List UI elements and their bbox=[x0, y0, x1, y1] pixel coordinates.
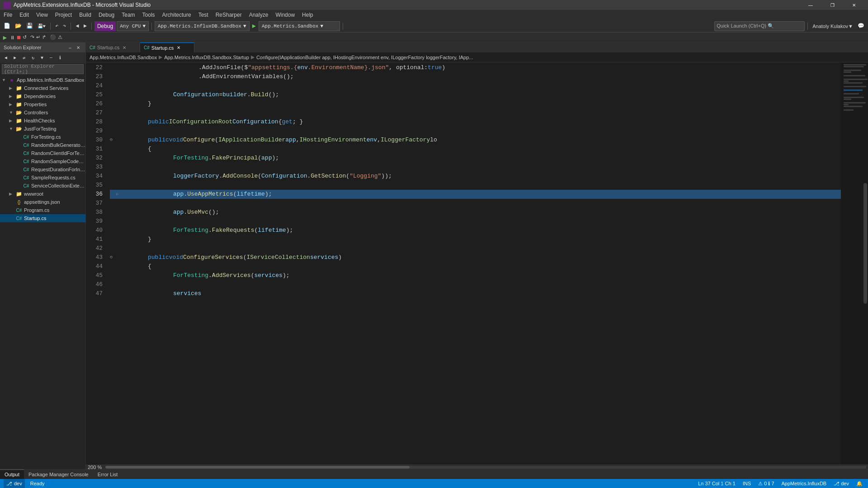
menu-team[interactable]: Team bbox=[118, 10, 138, 20]
git-branch[interactable]: ⎇ dev bbox=[4, 479, 25, 488]
breadcrumb-part-3[interactable]: Configure(IApplicationBuilder app, IHost… bbox=[256, 55, 473, 60]
run-button[interactable]: ► bbox=[250, 21, 258, 31]
cs-file-icon: C# bbox=[23, 158, 30, 165]
step-into-button[interactable]: ↵ bbox=[36, 34, 40, 40]
se-forward-button[interactable]: ► bbox=[11, 54, 19, 62]
undo-button[interactable]: ↶ bbox=[53, 21, 60, 31]
tab-startup-cs-2[interactable]: C# Startup.cs ✕ bbox=[140, 42, 194, 52]
se-collapse-button[interactable]: ─ bbox=[47, 54, 55, 62]
menu-resharper[interactable]: ReSharper bbox=[212, 10, 245, 20]
solution-explorer-title: Solution Explorer bbox=[4, 45, 66, 50]
tree-healthchecks[interactable]: ▶ 📁 HealthChecks bbox=[0, 117, 85, 125]
tree-connected-services[interactable]: ▶ 📁 Connected Services bbox=[0, 84, 85, 92]
se-refresh-button[interactable]: ↻ bbox=[29, 54, 37, 62]
save-button[interactable]: 💾 bbox=[24, 21, 35, 31]
tree-controllers[interactable]: ▼ 📂 Controllers bbox=[0, 108, 85, 117]
tree-item-label: Dependencies bbox=[24, 94, 56, 99]
code-line-43: ⊖ public void ConfigureServices ( IServi… bbox=[110, 253, 841, 262]
exception-settings-button[interactable]: ⚠ bbox=[58, 34, 62, 40]
back-button[interactable]: ◄ bbox=[74, 21, 80, 31]
tree-fortesting[interactable]: C# ForTesting.cs bbox=[0, 133, 85, 141]
tab-output[interactable]: Output bbox=[0, 469, 24, 479]
menu-help[interactable]: Help bbox=[298, 10, 317, 20]
menu-window[interactable]: Window bbox=[272, 10, 298, 20]
tree-startup[interactable]: C# Startup.cs bbox=[0, 214, 85, 222]
menu-analyze[interactable]: Analyze bbox=[245, 10, 272, 20]
se-properties-button[interactable]: ℹ bbox=[56, 54, 64, 62]
se-toolbar: ◄ ► ⇄ ↻ ▼ ─ ℹ bbox=[0, 52, 85, 63]
tree-justfortesting[interactable]: ▼ 📂 JustForTesting bbox=[0, 125, 85, 133]
tree-item-label: ServiceCollectionExtensions.cs bbox=[31, 183, 85, 188]
menu-file[interactable]: File bbox=[0, 10, 16, 20]
code-content[interactable]: .AddJsonFile($"appsettings.{env.Environm… bbox=[106, 62, 841, 465]
platform-dropdown[interactable]: Any CPU ▼ bbox=[117, 21, 149, 31]
quick-launch[interactable]: Quick Launch (Ctrl+Q) 🔍 bbox=[714, 21, 805, 31]
debug-mode-label: Debug bbox=[94, 21, 116, 31]
tree-properties[interactable]: ▶ 📁 Properties bbox=[0, 100, 85, 108]
project-status[interactable]: AppMetrics.InfluxDB bbox=[780, 481, 829, 486]
close-button[interactable]: ✕ bbox=[844, 0, 864, 10]
expand-arrow: ▶ bbox=[9, 86, 15, 90]
horizontal-scrollbar[interactable]: 200 % bbox=[86, 465, 868, 469]
tree-randombulk[interactable]: C# RandomBulkGenerator.cs bbox=[0, 141, 85, 149]
notifications[interactable]: 🔔 bbox=[854, 481, 864, 487]
user-info[interactable]: Anatoly Kulakov ▼ bbox=[811, 21, 855, 31]
redo-button[interactable]: ↷ bbox=[61, 21, 68, 31]
menu-debug[interactable]: Debug bbox=[95, 10, 118, 20]
tab-package-manager[interactable]: Package Manager Console bbox=[24, 469, 93, 479]
save-all-button[interactable]: 💾♥ bbox=[36, 21, 47, 31]
tree-samplerequests[interactable]: C# SampleRequests.cs bbox=[0, 174, 85, 182]
tree-requestduration[interactable]: C# RequestDurationForIndexTesti... bbox=[0, 165, 85, 174]
se-back-button[interactable]: ◄ bbox=[2, 54, 10, 62]
breakpoint-button[interactable]: ⚫ bbox=[50, 34, 56, 40]
menu-view[interactable]: View bbox=[33, 10, 52, 20]
tab-error-list[interactable]: Error List bbox=[93, 469, 123, 479]
expand-arrow: ▼ bbox=[9, 110, 15, 115]
app-icon bbox=[4, 1, 11, 9]
breadcrumb-part-2[interactable]: App.Metrics.InfluxDB.Sandbox.Startup bbox=[164, 55, 249, 60]
step-out-button[interactable]: ↱ bbox=[42, 34, 46, 40]
forward-button[interactable]: ► bbox=[82, 21, 89, 31]
errors-status[interactable]: ⚠ 0 ℹ 7 bbox=[756, 481, 776, 487]
tab-close-button-2[interactable]: ✕ bbox=[175, 45, 182, 51]
minimize-button[interactable]: — bbox=[800, 0, 821, 10]
restart-button[interactable]: ↺ bbox=[23, 34, 27, 40]
new-project-button[interactable]: 📄 bbox=[2, 21, 12, 31]
tree-wwwroot[interactable]: ▶ 📁 wwwroot bbox=[0, 190, 85, 198]
menu-project[interactable]: Project bbox=[52, 10, 75, 20]
feedback-button[interactable]: 💬 bbox=[856, 21, 866, 31]
tree-servicecollection[interactable]: C# ServiceCollectionExtensions.cs bbox=[0, 182, 85, 190]
continue-button[interactable]: ► bbox=[2, 34, 8, 41]
se-close-button[interactable]: ✕ bbox=[75, 44, 82, 51]
tree-appsettings[interactable]: {} appsettings.json bbox=[0, 198, 85, 206]
menu-build[interactable]: Build bbox=[75, 10, 95, 20]
breadcrumb-part-1[interactable]: App.Metrics.InfluxDB.Sandbox bbox=[90, 55, 157, 60]
pause-button[interactable]: ⏸ bbox=[10, 35, 15, 40]
se-filter-button[interactable]: ▼ bbox=[38, 54, 46, 62]
project2-dropdown[interactable]: App.Metrics.Sandbox ▼ bbox=[259, 21, 340, 31]
ln-25: 25 bbox=[86, 90, 103, 99]
step-over-button[interactable]: ↷ bbox=[30, 34, 34, 40]
tree-project[interactable]: ▼ ■ App.Metrics.InfluxDB.Sandbox bbox=[0, 76, 85, 84]
se-sync-button[interactable]: ⇄ bbox=[20, 54, 28, 62]
tab-close-button[interactable]: ✕ bbox=[121, 44, 127, 51]
se-pin-button[interactable]: – bbox=[66, 44, 74, 51]
ins-status[interactable]: INS bbox=[741, 481, 753, 486]
menu-architecture[interactable]: Architecture bbox=[159, 10, 195, 20]
menu-tools[interactable]: Tools bbox=[139, 10, 159, 20]
menu-test[interactable]: Test bbox=[195, 10, 212, 20]
ln-col-status[interactable]: Ln 37 Col 1 Ch 1 bbox=[696, 481, 737, 486]
tab-startup-cs[interactable]: C# Startup.cs ✕ bbox=[86, 42, 140, 52]
restore-button[interactable]: ❒ bbox=[822, 0, 843, 10]
project-dropdown[interactable]: App.Metrics.InfluxDB.Sandbox ▼ bbox=[155, 21, 249, 31]
tree-randomsample[interactable]: C# RandomSampleCodeForTesting.c... bbox=[0, 157, 85, 165]
tree-randomclient[interactable]: C# RandomClientIdForTesting.cs bbox=[0, 149, 85, 157]
branch-status-right[interactable]: ⎇ dev bbox=[832, 481, 851, 487]
stop-button[interactable]: ◼ bbox=[17, 34, 21, 40]
menu-edit[interactable]: Edit bbox=[16, 10, 33, 20]
solution-explorer-search[interactable]: Solution Explorer (Ctrl+;) bbox=[2, 64, 84, 74]
tree-dependencies[interactable]: ▶ 📁 Dependencies bbox=[0, 92, 85, 100]
code-line-25: Configuration = builder . Build (); bbox=[110, 90, 841, 99]
tree-program[interactable]: C# Program.cs bbox=[0, 206, 85, 214]
open-button[interactable]: 📂 bbox=[13, 21, 24, 31]
